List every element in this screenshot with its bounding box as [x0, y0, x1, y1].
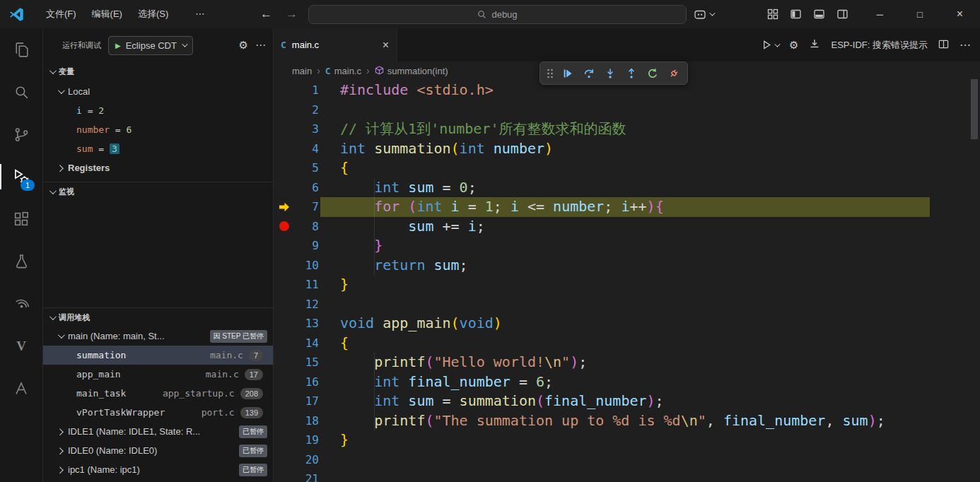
gutter-glyph[interactable]	[275, 139, 293, 159]
menu-overflow-icon[interactable]: ⋯	[189, 0, 211, 28]
code-text[interactable]: int sum = summation(final_number);	[340, 392, 664, 411]
line-number[interactable]: 9	[293, 236, 319, 256]
toggle-panel-icon[interactable]	[813, 8, 825, 20]
command-center-search[interactable]: debug	[308, 5, 687, 24]
code-line-19[interactable]: 19}	[273, 430, 980, 450]
stack-frame-summation[interactable]: summationmain.c7	[43, 346, 273, 365]
code-text[interactable]: void app_main(void)	[340, 314, 502, 334]
code-line-18[interactable]: 18 printf("The summation up to %d is %d\…	[273, 411, 980, 431]
restart-button[interactable]	[643, 64, 663, 83]
line-number[interactable]: 4	[293, 139, 319, 159]
gutter-glyph[interactable]	[275, 372, 293, 392]
gutter-glyph[interactable]	[275, 450, 293, 470]
source-control-icon[interactable]	[0, 113, 42, 155]
code-text[interactable]: printf("Hello world!\n");	[340, 353, 587, 372]
code-text[interactable]: sum += i;	[340, 217, 485, 237]
code-line-14[interactable]: 14{	[273, 334, 980, 353]
launch-config-dropdown[interactable]: ▶ Eclipse CDT	[108, 36, 193, 55]
thread-row-0[interactable]: main (Name: main, St...因 STEP 已暂停	[43, 327, 273, 346]
code-line-20[interactable]: 20	[273, 450, 980, 470]
code-text[interactable]: int summation(int number)	[340, 139, 553, 159]
settings-gear-icon[interactable]: ⚙	[789, 39, 798, 52]
line-number[interactable]: 2	[293, 100, 319, 120]
code-line-9[interactable]: 9 }	[273, 236, 980, 256]
gutter-glyph[interactable]	[275, 334, 293, 353]
breadcrumb-symbol[interactable]: summation(int)	[375, 66, 448, 77]
line-number[interactable]: 21	[293, 469, 319, 482]
code-line-2[interactable]: 2	[273, 100, 980, 120]
esp-idf-icon[interactable]	[0, 283, 42, 325]
close-button[interactable]: ×	[940, 0, 980, 28]
flash-download-icon[interactable]	[809, 38, 820, 52]
run-dropdown-icon[interactable]	[762, 40, 778, 50]
tab-main-c[interactable]: C main.c ×	[273, 28, 397, 61]
line-number[interactable]: 20	[293, 450, 319, 470]
code-text[interactable]: printf("The summation up to %d is %d\n",…	[340, 411, 885, 431]
espressif-icon[interactable]	[0, 368, 42, 410]
code-text[interactable]: // 计算从1到'number'所有整数求和的函数	[340, 119, 626, 139]
code-text[interactable]: }	[340, 430, 349, 450]
step-over-button[interactable]	[579, 64, 599, 83]
debug-settings-gear-icon[interactable]: ⚙	[239, 39, 248, 52]
line-number[interactable]: 7	[293, 197, 319, 217]
code-line-16[interactable]: 16 int final_number = 6;	[273, 372, 980, 392]
stack-frame-main_task[interactable]: main_taskapp_startup.c208	[43, 384, 273, 403]
line-number[interactable]: 6	[293, 178, 319, 198]
menu-file[interactable]: 文件(F)	[38, 0, 84, 28]
code-line-11[interactable]: 11}	[273, 275, 980, 295]
gutter-glyph[interactable]	[275, 119, 293, 139]
stack-frame-vPortTaskWrapper[interactable]: vPortTaskWrapperport.c139	[43, 403, 273, 422]
code-line-13[interactable]: 13void app_main(void)	[273, 314, 980, 334]
gutter-glyph[interactable]	[275, 236, 293, 256]
step-into-button[interactable]	[600, 64, 620, 83]
v-extension-icon[interactable]: V	[0, 325, 42, 368]
variable-i[interactable]: i = 2	[43, 101, 273, 120]
thread-row-3[interactable]: ipc1 (Name: ipc1)已暂停	[43, 460, 273, 479]
breakpoint-icon[interactable]	[275, 217, 293, 237]
panel-more-icon[interactable]: ⋯	[255, 39, 266, 52]
line-number[interactable]: 13	[293, 314, 319, 334]
gutter-glyph[interactable]	[275, 411, 293, 431]
line-number[interactable]: 14	[293, 334, 319, 353]
gutter-glyph[interactable]	[275, 469, 293, 482]
step-out-button[interactable]	[622, 64, 641, 83]
code-text[interactable]: int final_number = 6;	[340, 372, 553, 392]
variable-number[interactable]: number = 6	[43, 120, 273, 139]
copilot-icon[interactable]	[694, 5, 713, 23]
line-number[interactable]: 10	[293, 256, 319, 276]
code-text[interactable]: }	[340, 275, 349, 295]
menu-selection[interactable]: 选择(S)	[130, 0, 176, 28]
run-and-debug-icon[interactable]: 1	[0, 155, 42, 198]
line-number[interactable]: 11	[293, 275, 319, 295]
thread-row-1[interactable]: IDLE1 (Name: IDLE1, State: R...已暂停	[43, 422, 273, 441]
stack-frame-app_main[interactable]: app_mainmain.c17	[43, 365, 273, 384]
menu-edit[interactable]: 编辑(E)	[84, 0, 130, 28]
code-text[interactable]: #include <stdio.h>	[340, 81, 494, 100]
gutter-glyph[interactable]	[275, 430, 293, 450]
editor-scrollbar[interactable]	[971, 79, 978, 139]
line-number[interactable]: 19	[293, 430, 319, 450]
code-line-10[interactable]: 10 return sum;	[273, 256, 980, 276]
code-line-4[interactable]: 4int summation(int number)	[273, 139, 980, 159]
gutter-glyph[interactable]	[275, 314, 293, 334]
continue-button[interactable]	[558, 64, 578, 83]
code-line-6[interactable]: 6 int sum = 0;	[273, 178, 980, 198]
forward-button[interactable]: →	[286, 0, 298, 28]
code-line-7[interactable]: 7 for (int i = 1; i <= number; i++){	[273, 197, 980, 217]
line-number[interactable]: 18	[293, 411, 319, 431]
breadcrumb-file[interactable]: C main.c	[325, 66, 361, 76]
code-line-15[interactable]: 15 printf("Hello world!\n");	[273, 353, 980, 372]
code-editor[interactable]: 1#include <stdio.h>23// 计算从1到'number'所有整…	[273, 81, 980, 482]
gutter-glyph[interactable]	[275, 178, 293, 198]
breadcrumb-folder[interactable]: main	[292, 66, 312, 76]
gutter-glyph[interactable]	[275, 100, 293, 120]
thread-row-2[interactable]: IDLE0 (Name: IDLE0)已暂停	[43, 441, 273, 460]
line-number[interactable]: 12	[293, 295, 319, 315]
explorer-icon[interactable]	[0, 28, 42, 71]
code-line-3[interactable]: 3// 计算从1到'number'所有整数求和的函数	[273, 119, 980, 139]
line-number[interactable]: 17	[293, 392, 319, 411]
gutter-glyph[interactable]	[275, 295, 293, 315]
watch-section-header[interactable]: 监视	[43, 182, 273, 201]
testing-icon[interactable]	[0, 240, 42, 283]
maximize-button[interactable]: □	[900, 0, 940, 28]
